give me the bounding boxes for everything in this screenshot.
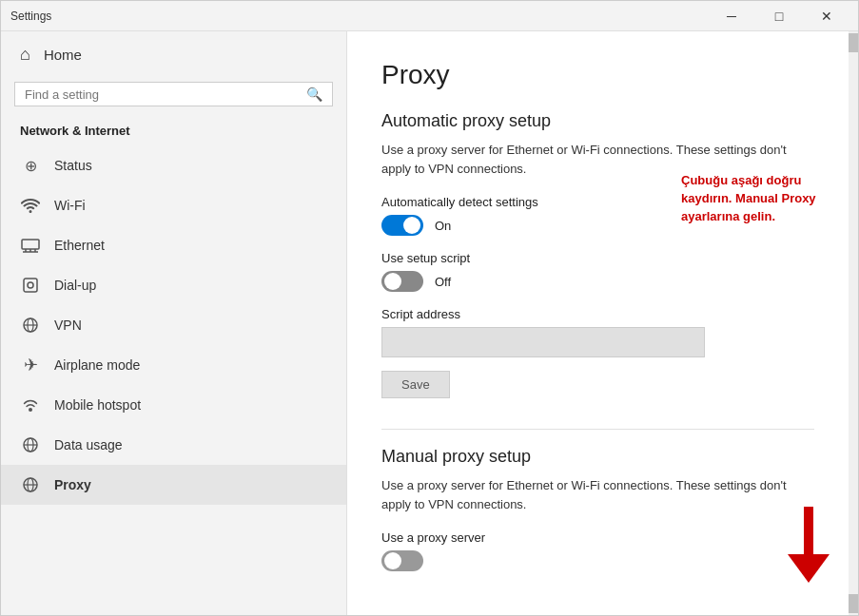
- status-icon: ⊕: [20, 155, 41, 176]
- annotation-text: Çubuğu aşağı doğru kaydırın. Manual Prox…: [681, 172, 833, 226]
- svg-rect-5: [24, 279, 37, 292]
- auto-detect-state: On: [435, 219, 451, 233]
- sidebar-item-proxy[interactable]: Proxy: [1, 465, 346, 505]
- setup-script-label: Use setup script: [381, 251, 814, 265]
- toggle-knob-script: [384, 273, 401, 290]
- titlebar-title: Settings: [10, 10, 51, 23]
- sidebar-item-hotspot[interactable]: Mobile hotspot: [1, 385, 346, 425]
- sidebar-item-ethernet[interactable]: Ethernet: [1, 225, 346, 265]
- data-icon: [20, 434, 41, 455]
- auto-detect-toggle[interactable]: [381, 215, 423, 236]
- scrollbar[interactable]: [849, 31, 858, 615]
- scroll-down-btn[interactable]: [849, 594, 858, 613]
- setup-script-state: Off: [435, 275, 451, 289]
- toggle-knob-manual: [384, 552, 401, 569]
- sidebar-section-label: Network & Internet: [1, 118, 346, 145]
- sidebar-label-ethernet: Ethernet: [54, 238, 105, 253]
- airplane-icon: ✈: [20, 355, 41, 375]
- home-label: Home: [44, 47, 82, 63]
- setup-script-toggle-row: Off: [381, 271, 814, 292]
- auto-proxy-section-title: Automatic proxy setup: [381, 111, 814, 131]
- close-button[interactable]: ✕: [805, 5, 849, 28]
- manual-proxy-toggle[interactable]: [381, 550, 423, 571]
- sidebar-label-proxy: Proxy: [54, 477, 91, 492]
- search-input[interactable]: [25, 87, 306, 102]
- manual-proxy-section-title: Manual proxy setup: [381, 447, 814, 467]
- svg-point-6: [28, 282, 33, 288]
- ethernet-icon: [20, 235, 41, 256]
- manual-proxy-section-desc: Use a proxy server for Ethernet or Wi-Fi…: [381, 476, 814, 513]
- proxy-icon: [20, 474, 41, 495]
- setup-script-toggle[interactable]: [381, 271, 423, 292]
- toggle-knob: [403, 217, 420, 234]
- hotspot-icon: [20, 395, 41, 415]
- sidebar-item-wifi[interactable]: Wi-Fi: [1, 185, 346, 225]
- script-address-label: Script address: [381, 307, 814, 321]
- setup-script-row: Use setup script Off: [381, 251, 814, 292]
- save-button[interactable]: Save: [381, 371, 450, 398]
- sidebar-item-dialup[interactable]: Dial-up: [1, 265, 346, 305]
- sidebar-label-airplane: Airplane mode: [54, 357, 140, 373]
- titlebar-controls: ─ □ ✕: [710, 5, 849, 28]
- maximize-button[interactable]: □: [757, 5, 801, 28]
- section-divider: [381, 429, 814, 430]
- sidebar-label-hotspot: Mobile hotspot: [54, 397, 141, 413]
- sidebar-item-data[interactable]: Data usage: [1, 425, 346, 465]
- wifi-icon: [20, 195, 41, 216]
- sidebar-label-status: Status: [54, 158, 92, 173]
- scroll-arrow: [788, 507, 830, 587]
- sidebar-label-vpn: VPN: [54, 318, 82, 333]
- sidebar-item-airplane[interactable]: ✈ Airplane mode: [1, 345, 346, 385]
- page-title: Proxy: [381, 60, 814, 90]
- titlebar: Settings ─ □ ✕: [1, 1, 858, 31]
- sidebar-item-vpn[interactable]: VPN: [1, 305, 346, 345]
- sidebar-label-wifi: Wi-Fi: [54, 198, 86, 213]
- home-icon: ⌂: [20, 45, 30, 65]
- svg-rect-0: [22, 240, 39, 249]
- dialup-icon: [20, 275, 41, 296]
- vpn-icon: [20, 315, 41, 336]
- search-icon: 🔍: [306, 87, 322, 102]
- manual-proxy-toggle-row: [381, 550, 814, 575]
- svg-point-10: [29, 408, 32, 412]
- scroll-up-btn[interactable]: [849, 33, 858, 52]
- sidebar-home[interactable]: ⌂ Home: [1, 31, 346, 78]
- sidebar-search-box[interactable]: 🔍: [14, 82, 333, 106]
- sidebar-label-data: Data usage: [54, 437, 123, 452]
- svg-rect-17: [804, 507, 813, 558]
- script-address-input[interactable]: [381, 327, 705, 357]
- manual-proxy-label: Use a proxy server: [381, 530, 814, 545]
- svg-marker-18: [788, 554, 830, 583]
- sidebar-item-status[interactable]: ⊕ Status: [1, 145, 346, 185]
- main-content: Proxy Automatic proxy setup Use a proxy …: [347, 31, 849, 615]
- sidebar-label-dialup: Dial-up: [54, 278, 96, 293]
- sidebar: ⌂ Home 🔍 Network & Internet ⊕ Status Wi-…: [1, 31, 347, 615]
- settings-window: Settings ─ □ ✕ ⌂ Home 🔍 Network & Intern…: [0, 0, 859, 616]
- minimize-button[interactable]: ─: [710, 5, 753, 28]
- window-content: ⌂ Home 🔍 Network & Internet ⊕ Status Wi-…: [1, 31, 858, 615]
